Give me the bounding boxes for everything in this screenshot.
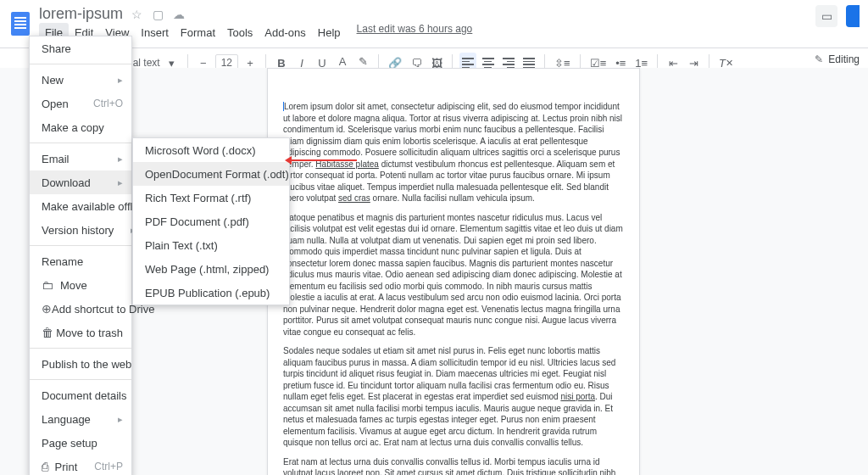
download-html[interactable]: Web Page (.html, zipped) bbox=[133, 257, 289, 281]
menu-help[interactable]: Help bbox=[312, 23, 347, 42]
print-icon: ⎙ bbox=[42, 460, 55, 473]
menu-format[interactable]: Format bbox=[175, 23, 221, 42]
docs-logo[interactable] bbox=[8, 8, 32, 39]
trash-icon: 🗑 bbox=[42, 326, 56, 339]
menu-publish[interactable]: Publish to the web bbox=[30, 352, 131, 376]
menu-new[interactable]: New▸ bbox=[30, 68, 131, 92]
download-submenu: Microsoft Word (.docx) OpenDocument Form… bbox=[132, 137, 290, 305]
download-odt[interactable]: OpenDocument Format (.odt) bbox=[133, 162, 289, 186]
body-paragraph[interactable]: Erat nam at lectus urna duis convallis c… bbox=[283, 456, 624, 476]
menu-add-shortcut[interactable]: ⊕Add shortcut to Drive bbox=[30, 297, 131, 321]
cloud-status-icon[interactable]: ☁ bbox=[173, 8, 185, 21]
submenu-arrow-icon: ▸ bbox=[118, 75, 123, 86]
menu-version-history[interactable]: Version history▸ bbox=[30, 218, 131, 242]
menu-rename[interactable]: Rename bbox=[30, 249, 131, 273]
menu-move[interactable]: 🗀Move bbox=[30, 273, 131, 297]
body-paragraph[interactable]: Lorem ipsum dolor sit amet, consectetur … bbox=[283, 101, 624, 204]
folder-move-icon: 🗀 bbox=[42, 278, 60, 292]
menu-email[interactable]: Email▸ bbox=[30, 147, 131, 170]
menu-open[interactable]: OpenCtrl+O bbox=[30, 92, 131, 115]
title-icons: ☆ ▢ ☁ bbox=[131, 8, 192, 21]
menu-download[interactable]: Download▸ bbox=[30, 170, 131, 194]
download-docx[interactable]: Microsoft Word (.docx) bbox=[133, 138, 289, 162]
download-pdf[interactable]: PDF Document (.pdf) bbox=[133, 210, 289, 233]
download-epub[interactable]: EPUB Publication (.epub) bbox=[133, 281, 289, 305]
last-edit-link[interactable]: Last edit was 6 hours ago bbox=[357, 23, 473, 42]
menu-page-setup[interactable]: Page setup bbox=[30, 431, 131, 455]
pencil-icon: ✎ bbox=[815, 53, 823, 65]
submenu-arrow-icon: ▸ bbox=[118, 414, 123, 425]
comments-icon[interactable]: ▭ bbox=[815, 5, 837, 27]
body-paragraph[interactable]: Sodales neque sodales ut etiam sit amet … bbox=[283, 345, 624, 449]
menu-language[interactable]: Language▸ bbox=[30, 407, 131, 431]
submenu-arrow-icon: ▸ bbox=[118, 154, 123, 165]
editing-mode-label: Editing bbox=[828, 53, 860, 65]
move-folder-icon[interactable]: ▢ bbox=[153, 8, 164, 21]
document-name[interactable]: lorem-ipsum bbox=[39, 5, 123, 23]
body-paragraph[interactable]: Natoque penatibus et magnis dis parturie… bbox=[283, 212, 624, 338]
annotation-arrow bbox=[287, 159, 357, 161]
mode-switcher[interactable]: ✎ Editing bbox=[815, 53, 860, 65]
share-button[interactable] bbox=[846, 5, 860, 27]
menu-make-copy[interactable]: Make a copy bbox=[30, 115, 131, 139]
menu-addons[interactable]: Add-ons bbox=[259, 23, 311, 42]
download-txt[interactable]: Plain Text (.txt) bbox=[133, 233, 289, 257]
menu-tools[interactable]: Tools bbox=[221, 23, 259, 42]
star-icon[interactable]: ☆ bbox=[131, 8, 142, 21]
add-drive-icon: ⊕ bbox=[42, 302, 52, 316]
download-rtf[interactable]: Rich Text Format (.rtf) bbox=[133, 186, 289, 210]
menu-doc-details[interactable]: Document details bbox=[30, 383, 131, 407]
menu-insert[interactable]: Insert bbox=[135, 23, 175, 42]
submenu-arrow-icon: ▸ bbox=[118, 177, 123, 188]
document-page[interactable]: Lorem ipsum dolor sit amet, consectetur … bbox=[267, 68, 640, 475]
menu-move-trash[interactable]: 🗑Move to trash bbox=[30, 321, 131, 344]
menu-print[interactable]: ⎙PrintCtrl+P bbox=[30, 455, 131, 475]
file-menu: Share New▸ OpenCtrl+O Make a copy Email▸… bbox=[29, 36, 132, 475]
header-right: ▭ bbox=[815, 5, 860, 27]
menu-make-offline[interactable]: Make available offline bbox=[30, 194, 131, 218]
menu-share[interactable]: Share bbox=[30, 36, 131, 60]
